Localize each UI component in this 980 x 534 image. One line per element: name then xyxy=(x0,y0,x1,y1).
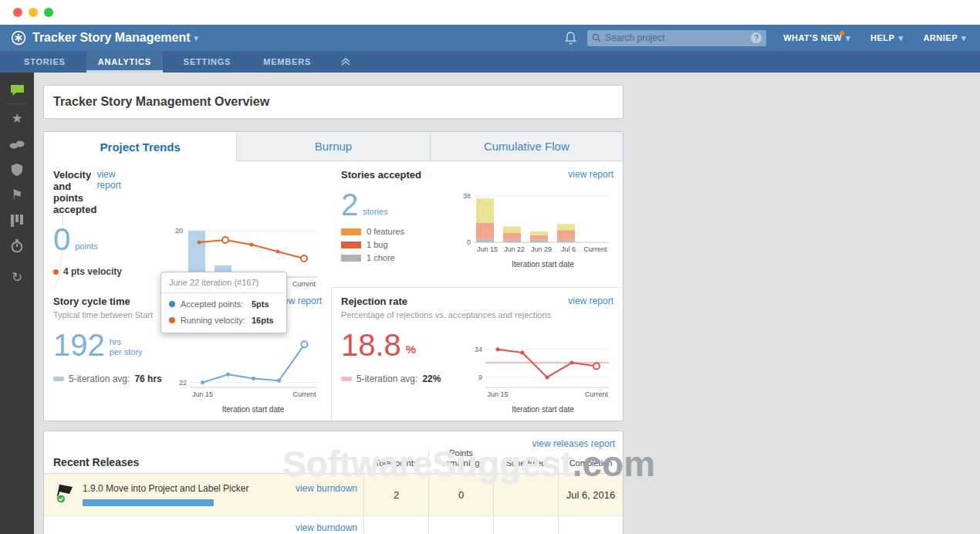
releases-table-header: Recent Releases Total points Points rema… xyxy=(44,448,623,474)
column-header-completion: Completion xyxy=(558,458,623,468)
release-scheduled xyxy=(493,516,558,534)
cycle-avg-value: 76 hrs xyxy=(134,373,161,384)
rejection-rate-chart[interactable]: 349Jun 15Current xyxy=(467,338,613,406)
project-title-menu[interactable]: Tracker Story Management xyxy=(32,31,191,45)
panel-title: Velocity and points accepted xyxy=(53,169,96,215)
velocity-legend-dot xyxy=(53,269,59,275)
rejection-rate-unit: % xyxy=(406,343,416,356)
overview-card: Tracker Story Management Overview xyxy=(43,85,623,119)
notifications-bell-icon[interactable] xyxy=(565,32,576,45)
help-menu[interactable]: HELP▾ xyxy=(870,33,903,43)
velocity-points-value: 0 xyxy=(53,225,70,254)
panel-title: Stories accepted xyxy=(341,169,421,181)
rejection-avg-value: 22% xyxy=(422,373,441,384)
tab-stories[interactable]: STORIES xyxy=(12,51,77,73)
whats-new-menu[interactable]: WHAT'S NEW▾ xyxy=(783,33,850,43)
svg-text:Jun 22: Jun 22 xyxy=(504,245,525,253)
column-header-points-remaining: Points remaining xyxy=(428,448,493,468)
releases-title: Recent Releases xyxy=(44,456,363,468)
workspaces-icon[interactable] xyxy=(0,131,34,157)
bug-legend-label: 1 bug xyxy=(367,240,388,249)
cycle-time-chart[interactable]: 22Jun 15Current xyxy=(171,338,322,406)
collapse-nav-icon[interactable] xyxy=(341,51,350,73)
chore-swatch xyxy=(341,255,361,262)
velocity-view-report-link[interactable]: view report xyxy=(96,169,120,191)
chore-legend-label: 1 chore xyxy=(367,253,395,262)
release-completion xyxy=(558,516,623,534)
rejection-rate-panel: Rejection rate view report Percentage of… xyxy=(332,288,623,421)
stories-chart[interactable]: 380Jun 15Jun 22Jun 29Jul 6Current xyxy=(455,191,613,261)
release-progress-bar xyxy=(83,499,214,506)
screen: Tracker Story Management ▾ ? WHAT'S NEW▾… xyxy=(0,0,980,534)
stories-x-axis-label: Iteration start date xyxy=(455,260,613,269)
release-row: 1.9.0 Move into Project and Label Picker… xyxy=(44,474,623,515)
view-burndown-link[interactable]: view burndown xyxy=(296,483,357,494)
icon-sidebar: ★ ⚑ ↻ xyxy=(0,73,34,534)
tooltip-label: Accepted points: xyxy=(181,299,252,309)
rejection-avg-label: 5-iteration avg: xyxy=(357,373,417,384)
features-legend-label: 0 features xyxy=(367,227,404,236)
release-scheduled xyxy=(493,474,558,515)
tab-cumulative-flow[interactable]: Cumulative Flow xyxy=(430,132,623,161)
svg-text:Current: Current xyxy=(292,390,316,398)
panel-title: Rejection rate xyxy=(341,296,407,307)
chevron-down-icon: ▾ xyxy=(961,33,966,43)
view-burndown-link[interactable]: view burndown xyxy=(296,522,357,533)
svg-text:Jun 15: Jun 15 xyxy=(477,245,498,253)
search-help-icon[interactable]: ? xyxy=(751,32,762,43)
shield-icon[interactable] xyxy=(0,157,34,182)
tab-settings[interactable]: SETTINGS xyxy=(172,51,242,73)
current-project-icon[interactable] xyxy=(0,77,34,103)
svg-text:38: 38 xyxy=(463,192,471,200)
velocity-panel: Velocity and points accepted view report… xyxy=(44,161,63,288)
user-menu[interactable]: ARNIEP▾ xyxy=(923,33,966,43)
svg-text:Current: Current xyxy=(585,390,609,398)
window-close-button[interactable] xyxy=(13,8,22,17)
tab-project-trends[interactable]: Project Trends xyxy=(44,132,236,161)
chevron-down-icon: ▾ xyxy=(898,33,903,43)
tooltip-value: 16pts xyxy=(252,316,274,325)
svg-text:Jun 15: Jun 15 xyxy=(487,390,508,398)
release-points-remaining: 0 xyxy=(428,474,493,515)
window-minimize-button[interactable] xyxy=(29,8,38,17)
velocity-legend-label: 4 pts velocity xyxy=(63,266,122,277)
view-releases-report-link[interactable]: view releases report xyxy=(532,438,615,449)
svg-text:Jun 29: Jun 29 xyxy=(531,245,552,253)
search-input[interactable] xyxy=(605,32,751,43)
svg-text:20: 20 xyxy=(175,227,183,235)
panel-title: Story cycle time xyxy=(53,296,130,307)
stopwatch-icon[interactable] xyxy=(0,233,34,259)
tooltip-value: 5pts xyxy=(252,299,269,309)
release-name: 1.9.0 Move into Project and Label Picker xyxy=(83,483,296,494)
tab-burnup[interactable]: Burnup xyxy=(236,132,429,161)
recent-releases-card: view releases report Recent Releases Tot… xyxy=(43,431,623,534)
starred-projects-icon[interactable]: ★ xyxy=(0,106,34,131)
chevron-down-icon: ▾ xyxy=(846,33,850,43)
release-total-points: 2 xyxy=(363,474,428,515)
release-total-points xyxy=(363,516,428,534)
stories-view-report-link[interactable]: view report xyxy=(568,169,613,180)
refresh-icon[interactable]: ↻ xyxy=(0,265,34,290)
rejection-x-axis-label: Iteration start date xyxy=(455,405,613,414)
bug-swatch xyxy=(341,242,361,248)
window-title-bar xyxy=(0,0,980,25)
stories-count-unit: stories xyxy=(363,207,387,216)
rejection-view-report-link[interactable]: view report xyxy=(568,296,613,306)
tab-members[interactable]: MEMBERS xyxy=(252,51,323,73)
panels-icon[interactable] xyxy=(0,208,34,233)
rejection-avg-swatch xyxy=(341,377,352,381)
tab-analytics[interactable]: ANALYTICS xyxy=(86,51,163,73)
trends-card: Project Trends Burnup Cumulative Flow Ve… xyxy=(43,131,623,421)
stories-count-value: 2 xyxy=(341,190,358,219)
app-header: Tracker Story Management ▾ ? WHAT'S NEW▾… xyxy=(0,25,980,51)
trend-tabs: Project Trends Burnup Cumulative Flow xyxy=(44,132,623,161)
svg-text:Current: Current xyxy=(292,280,316,288)
cycle-avg-swatch xyxy=(53,377,64,381)
search-icon xyxy=(592,33,601,42)
window-zoom-button[interactable] xyxy=(44,8,53,17)
sidebar-divider xyxy=(7,103,27,104)
tooltip-label: Running velocity: xyxy=(181,316,252,325)
column-header-scheduled: Scheduled xyxy=(493,458,558,468)
flag-icon[interactable]: ⚑ xyxy=(0,182,34,208)
whats-new-badge xyxy=(840,31,844,35)
